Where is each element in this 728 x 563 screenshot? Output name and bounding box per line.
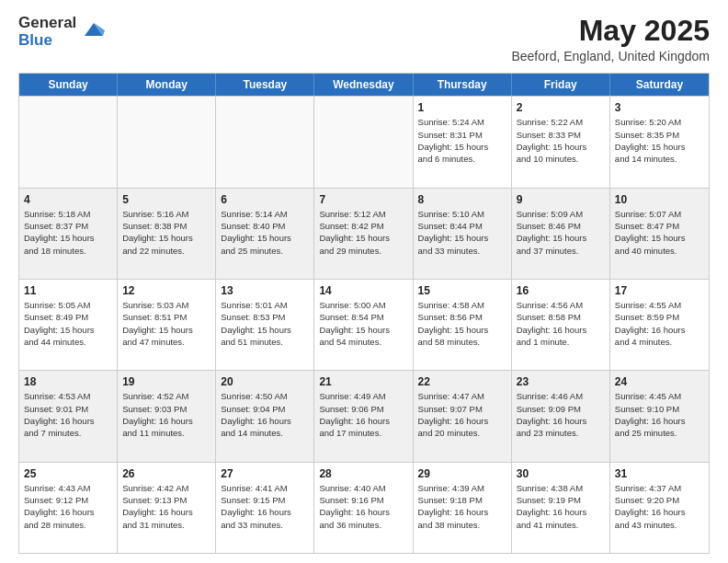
calendar-body: 1Sunrise: 5:24 AM Sunset: 8:31 PM Daylig…: [19, 96, 709, 553]
calendar-cell: 31Sunrise: 4:37 AM Sunset: 9:20 PM Dayli…: [610, 463, 709, 553]
day-number: 3: [615, 100, 704, 115]
calendar-cell: 14Sunrise: 5:00 AM Sunset: 8:54 PM Dayli…: [314, 280, 413, 370]
day-info: Sunrise: 5:01 AM Sunset: 8:53 PM Dayligh…: [221, 299, 309, 348]
calendar-row: 25Sunrise: 4:43 AM Sunset: 9:12 PM Dayli…: [19, 462, 709, 553]
day-info: Sunrise: 5:07 AM Sunset: 8:47 PM Dayligh…: [615, 208, 704, 257]
cal-header-day: Tuesday: [216, 74, 314, 96]
day-number: 13: [221, 283, 309, 298]
day-number: 28: [319, 466, 407, 481]
calendar-cell: 27Sunrise: 4:41 AM Sunset: 9:15 PM Dayli…: [216, 463, 314, 553]
main-title: May 2025: [511, 15, 710, 47]
day-info: Sunrise: 5:00 AM Sunset: 8:54 PM Dayligh…: [319, 299, 407, 348]
cal-header-day: Wednesday: [314, 74, 413, 96]
day-info: Sunrise: 5:03 AM Sunset: 8:51 PM Dayligh…: [122, 299, 210, 348]
calendar-cell: 13Sunrise: 5:01 AM Sunset: 8:53 PM Dayli…: [216, 280, 314, 370]
calendar: SundayMondayTuesdayWednesdayThursdayFrid…: [18, 73, 710, 554]
day-info: Sunrise: 5:18 AM Sunset: 8:37 PM Dayligh…: [24, 208, 112, 257]
cal-header-day: Saturday: [610, 74, 709, 96]
day-number: 24: [615, 374, 704, 389]
calendar-cell: 21Sunrise: 4:49 AM Sunset: 9:06 PM Dayli…: [314, 371, 413, 461]
calendar-cell: 29Sunrise: 4:39 AM Sunset: 9:18 PM Dayli…: [414, 463, 512, 553]
day-number: 22: [418, 374, 506, 389]
day-info: Sunrise: 5:22 AM Sunset: 8:33 PM Dayligh…: [517, 116, 605, 165]
day-info: Sunrise: 4:41 AM Sunset: 9:15 PM Dayligh…: [221, 482, 309, 531]
calendar-cell: 15Sunrise: 4:58 AM Sunset: 8:56 PM Dayli…: [414, 280, 512, 370]
calendar-header: SundayMondayTuesdayWednesdayThursdayFrid…: [19, 74, 709, 96]
calendar-cell: 24Sunrise: 4:45 AM Sunset: 9:10 PM Dayli…: [610, 371, 709, 461]
day-number: 29: [418, 466, 506, 481]
day-number: 18: [24, 374, 112, 389]
day-info: Sunrise: 4:38 AM Sunset: 9:19 PM Dayligh…: [517, 482, 605, 531]
calendar-cell: 9Sunrise: 5:09 AM Sunset: 8:46 PM Daylig…: [512, 189, 610, 279]
day-number: 7: [319, 192, 407, 207]
day-info: Sunrise: 5:16 AM Sunset: 8:38 PM Dayligh…: [122, 208, 210, 257]
day-info: Sunrise: 4:37 AM Sunset: 9:20 PM Dayligh…: [615, 482, 704, 531]
calendar-cell: 2Sunrise: 5:22 AM Sunset: 8:33 PM Daylig…: [512, 97, 610, 187]
calendar-cell: 22Sunrise: 4:47 AM Sunset: 9:07 PM Dayli…: [414, 371, 512, 461]
calendar-cell: 3Sunrise: 5:20 AM Sunset: 8:35 PM Daylig…: [610, 97, 709, 187]
page: General Blue May 2025 Beeford, England, …: [0, 0, 728, 563]
day-number: 10: [615, 192, 704, 207]
logo-icon: [81, 17, 107, 43]
day-info: Sunrise: 5:10 AM Sunset: 8:44 PM Dayligh…: [418, 208, 506, 257]
calendar-cell: 19Sunrise: 4:52 AM Sunset: 9:03 PM Dayli…: [118, 371, 216, 461]
cal-header-day: Friday: [512, 74, 610, 96]
day-info: Sunrise: 5:20 AM Sunset: 8:35 PM Dayligh…: [615, 116, 704, 165]
day-number: 27: [221, 466, 309, 481]
day-info: Sunrise: 4:50 AM Sunset: 9:04 PM Dayligh…: [221, 390, 309, 439]
calendar-cell: 12Sunrise: 5:03 AM Sunset: 8:51 PM Dayli…: [118, 280, 216, 370]
day-info: Sunrise: 4:47 AM Sunset: 9:07 PM Dayligh…: [418, 390, 506, 439]
logo: General Blue: [18, 15, 107, 49]
day-info: Sunrise: 4:53 AM Sunset: 9:01 PM Dayligh…: [24, 390, 112, 439]
day-info: Sunrise: 4:49 AM Sunset: 9:06 PM Dayligh…: [319, 390, 407, 439]
logo-general: General: [18, 15, 76, 32]
calendar-cell: 6Sunrise: 5:14 AM Sunset: 8:40 PM Daylig…: [216, 189, 314, 279]
day-number: 5: [122, 192, 210, 207]
day-number: 4: [24, 192, 112, 207]
calendar-cell: 25Sunrise: 4:43 AM Sunset: 9:12 PM Dayli…: [19, 463, 118, 553]
calendar-cell: [118, 97, 216, 187]
calendar-cell: 8Sunrise: 5:10 AM Sunset: 8:44 PM Daylig…: [414, 189, 512, 279]
day-info: Sunrise: 4:39 AM Sunset: 9:18 PM Dayligh…: [418, 482, 506, 531]
day-number: 1: [418, 100, 506, 115]
day-number: 8: [418, 192, 506, 207]
day-number: 11: [24, 283, 112, 298]
calendar-cell: 26Sunrise: 4:42 AM Sunset: 9:13 PM Dayli…: [118, 463, 216, 553]
day-info: Sunrise: 4:55 AM Sunset: 8:59 PM Dayligh…: [615, 299, 704, 348]
calendar-cell: [314, 97, 413, 187]
day-info: Sunrise: 5:09 AM Sunset: 8:46 PM Dayligh…: [517, 208, 605, 257]
day-info: Sunrise: 5:14 AM Sunset: 8:40 PM Dayligh…: [221, 208, 309, 257]
day-info: Sunrise: 4:40 AM Sunset: 9:16 PM Dayligh…: [319, 482, 407, 531]
day-info: Sunrise: 5:24 AM Sunset: 8:31 PM Dayligh…: [418, 116, 506, 165]
calendar-cell: 1Sunrise: 5:24 AM Sunset: 8:31 PM Daylig…: [414, 97, 512, 187]
day-number: 6: [221, 192, 309, 207]
day-number: 16: [517, 283, 605, 298]
calendar-cell: 16Sunrise: 4:56 AM Sunset: 8:58 PM Dayli…: [512, 280, 610, 370]
day-number: 25: [24, 466, 112, 481]
calendar-cell: [19, 97, 118, 187]
cal-header-day: Thursday: [414, 74, 512, 96]
calendar-row: 18Sunrise: 4:53 AM Sunset: 9:01 PM Dayli…: [19, 370, 709, 461]
day-info: Sunrise: 4:46 AM Sunset: 9:09 PM Dayligh…: [517, 390, 605, 439]
calendar-row: 4Sunrise: 5:18 AM Sunset: 8:37 PM Daylig…: [19, 188, 709, 279]
day-info: Sunrise: 4:45 AM Sunset: 9:10 PM Dayligh…: [615, 390, 704, 439]
calendar-cell: 5Sunrise: 5:16 AM Sunset: 8:38 PM Daylig…: [118, 189, 216, 279]
day-number: 23: [517, 374, 605, 389]
cal-header-day: Monday: [118, 74, 216, 96]
day-number: 14: [319, 283, 407, 298]
calendar-cell: 18Sunrise: 4:53 AM Sunset: 9:01 PM Dayli…: [19, 371, 118, 461]
calendar-cell: 10Sunrise: 5:07 AM Sunset: 8:47 PM Dayli…: [610, 189, 709, 279]
day-info: Sunrise: 4:58 AM Sunset: 8:56 PM Dayligh…: [418, 299, 506, 348]
calendar-cell: 20Sunrise: 4:50 AM Sunset: 9:04 PM Dayli…: [216, 371, 314, 461]
day-info: Sunrise: 5:12 AM Sunset: 8:42 PM Dayligh…: [319, 208, 407, 257]
day-number: 31: [615, 466, 704, 481]
day-info: Sunrise: 4:56 AM Sunset: 8:58 PM Dayligh…: [517, 299, 605, 348]
day-number: 9: [517, 192, 605, 207]
calendar-cell: 7Sunrise: 5:12 AM Sunset: 8:42 PM Daylig…: [314, 189, 413, 279]
day-number: 21: [319, 374, 407, 389]
calendar-row: 1Sunrise: 5:24 AM Sunset: 8:31 PM Daylig…: [19, 96, 709, 187]
calendar-cell: 11Sunrise: 5:05 AM Sunset: 8:49 PM Dayli…: [19, 280, 118, 370]
logo-blue: Blue: [18, 32, 76, 50]
calendar-cell: 17Sunrise: 4:55 AM Sunset: 8:59 PM Dayli…: [610, 280, 709, 370]
day-number: 15: [418, 283, 506, 298]
